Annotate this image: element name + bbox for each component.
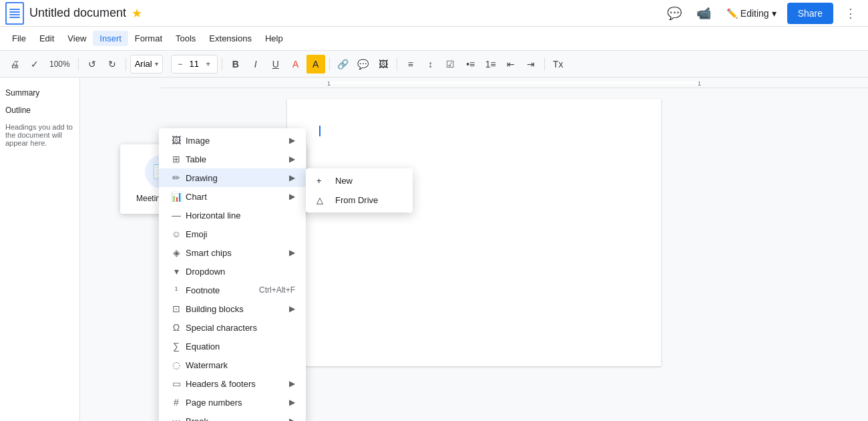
italic-button[interactable]: I — [246, 55, 265, 74]
toolbar: 🖨 ✓ 100% ↺ ↻ Arial ▾ − 11 + B I U A A 🔗 … — [0, 51, 868, 78]
zoom-button[interactable]: 100% — [45, 55, 74, 74]
new-label: New — [335, 176, 353, 186]
special-characters-icon: Ω — [170, 322, 183, 333]
insert-menu-emoji[interactable]: ☺ Emoji — [159, 225, 306, 243]
insert-menu-image[interactable]: 🖼 Image ▶ — [159, 131, 306, 150]
doc-icon-line — [9, 17, 20, 18]
bold-button[interactable]: B — [226, 55, 245, 74]
toolbar-separator — [397, 57, 397, 71]
toolbar-separator — [329, 57, 330, 71]
image-menu-icon: 🖼 — [170, 135, 183, 146]
spellcheck-button[interactable]: ✓ — [25, 55, 44, 74]
font-name: Arial — [135, 59, 152, 69]
sidebar-outline-description: Headings you add to the document will ap… — [5, 123, 74, 147]
drive-icon: △ — [316, 195, 330, 205]
emoji-menu-icon: ☺ — [170, 229, 183, 239]
numbered-list-button[interactable]: 1≡ — [481, 55, 500, 74]
drawing-submenu-from-drive[interactable]: △ From Drive — [306, 190, 413, 210]
insert-menu-smart-chips[interactable]: ◈ Smart chips ▶ — [159, 243, 306, 262]
dropdown-menu-icon: ▾ — [170, 266, 183, 277]
doc-icon-line — [9, 14, 20, 15]
drawing-submenu-new[interactable]: + New — [306, 171, 413, 190]
headers-footers-label: Headers & footers — [186, 379, 289, 389]
menu-item-tools[interactable]: Tools — [169, 31, 202, 46]
insert-menu-table[interactable]: ⊞ Table ▶ — [159, 150, 306, 168]
doc-icon-line — [9, 11, 20, 13]
decrease-font-size-button[interactable]: − — [174, 58, 186, 70]
insert-menu-chart[interactable]: 📊 Chart ▶ — [159, 187, 306, 206]
document-area: 1 1 📝 Meeting notes 📧 Email draft ⋯ Mor — [80, 78, 868, 421]
highlight-button[interactable]: A — [306, 55, 325, 74]
video-icon-button[interactable]: 📹 — [692, 1, 716, 25]
insert-menu-building-blocks[interactable]: ⊡ Building blocks ▶ — [159, 299, 306, 318]
arrow-icon: ▶ — [289, 304, 295, 313]
menu-item-help[interactable]: Help — [258, 31, 290, 46]
increase-indent-button[interactable]: ⇥ — [521, 55, 540, 74]
redo-button[interactable]: ↻ — [103, 55, 122, 74]
share-button[interactable]: Share — [787, 3, 833, 24]
pencil-icon: ✏️ — [726, 8, 738, 19]
font-size-selector[interactable]: − 11 + — [171, 55, 218, 74]
print-button[interactable]: 🖨 — [5, 55, 24, 74]
star-icon[interactable]: ★ — [132, 6, 142, 21]
insert-menu-drawing[interactable]: ✏ Drawing ▶ + New △ From Drive — [159, 168, 306, 187]
arrow-icon: ▶ — [289, 192, 295, 201]
arrow-icon: ▶ — [289, 173, 295, 182]
menu-item-format[interactable]: Format — [128, 31, 169, 46]
new-icon: + — [316, 176, 330, 186]
document-title: Untitled document — [29, 6, 126, 20]
menu-item-file[interactable]: File — [5, 31, 33, 46]
checklist-button[interactable]: ☑ — [441, 55, 460, 74]
menu-item-insert[interactable]: Insert — [93, 31, 128, 46]
chevron-down-icon: ▾ — [155, 60, 158, 67]
editing-label: Editing — [740, 8, 769, 19]
text-color-button[interactable]: A — [286, 55, 305, 74]
menu-bar: File Edit View Insert Format Tools Exten… — [0, 27, 868, 51]
insert-menu-dropdown[interactable]: ▾ Dropdown — [159, 262, 306, 281]
insert-menu-break[interactable]: ⋯ Break ▶ — [159, 412, 306, 421]
title-bar-right: 💬 📹 ✏️ Editing ▾ Share ⋮ — [662, 1, 863, 25]
bullet-list-button[interactable]: •≡ — [461, 55, 480, 74]
decrease-indent-button[interactable]: ⇤ — [501, 55, 520, 74]
insert-menu-headers-footers[interactable]: ▭ Headers & footers ▶ — [159, 374, 306, 393]
insert-menu-horizontal-line[interactable]: — Horizontal line — [159, 206, 306, 225]
chart-label: Chart — [186, 192, 289, 202]
special-characters-label: Special characters — [186, 323, 295, 333]
line-spacing-button[interactable]: ↕ — [421, 55, 440, 74]
video-icon: 📹 — [696, 6, 711, 21]
more-options-button[interactable]: ⋮ — [839, 1, 863, 25]
arrow-icon: ▶ — [289, 136, 295, 145]
document-page[interactable] — [287, 99, 661, 366]
doc-icon-line — [9, 9, 20, 10]
insert-menu-equation[interactable]: ∑ Equation — [159, 337, 306, 356]
comment-icon-button[interactable]: 💬 — [662, 1, 686, 25]
equation-label: Equation — [186, 341, 295, 352]
toolbar-separator — [544, 57, 545, 71]
menu-item-view[interactable]: View — [61, 31, 93, 46]
clear-formatting-button[interactable]: Tx — [549, 55, 568, 74]
arrow-icon: ▶ — [289, 398, 295, 407]
ruler: 1 1 — [160, 78, 868, 88]
title-bar-left: Untitled document ★ — [5, 2, 142, 25]
menu-item-extensions[interactable]: Extensions — [202, 31, 258, 46]
align-button[interactable]: ≡ — [401, 55, 420, 74]
editing-mode-button[interactable]: ✏️ Editing ▾ — [721, 5, 782, 21]
insert-menu-special-characters[interactable]: Ω Special characters — [159, 318, 306, 337]
underline-button[interactable]: U — [266, 55, 285, 74]
image-button[interactable]: 🖼 — [374, 55, 393, 74]
footnote-icon: ¹ — [170, 285, 183, 295]
watermark-label: Watermark — [186, 360, 295, 370]
menu-item-edit[interactable]: Edit — [33, 31, 61, 46]
insert-menu-page-numbers[interactable]: # Page numbers ▶ — [159, 393, 306, 412]
insert-menu-watermark[interactable]: ◌ Watermark — [159, 356, 306, 374]
table-label: Table — [186, 154, 289, 164]
increase-font-size-button[interactable]: + — [202, 58, 214, 70]
font-selector[interactable]: Arial ▾ — [130, 55, 163, 74]
arrow-icon: ▶ — [289, 154, 295, 164]
comment-button[interactable]: 💬 — [354, 55, 373, 74]
table-menu-icon: ⊞ — [170, 154, 183, 164]
chevron-down-icon: ▾ — [772, 8, 777, 19]
link-button[interactable]: 🔗 — [334, 55, 353, 74]
undo-button[interactable]: ↺ — [83, 55, 101, 74]
insert-menu-footnote[interactable]: ¹ Footnote Ctrl+Alt+F — [159, 281, 306, 299]
